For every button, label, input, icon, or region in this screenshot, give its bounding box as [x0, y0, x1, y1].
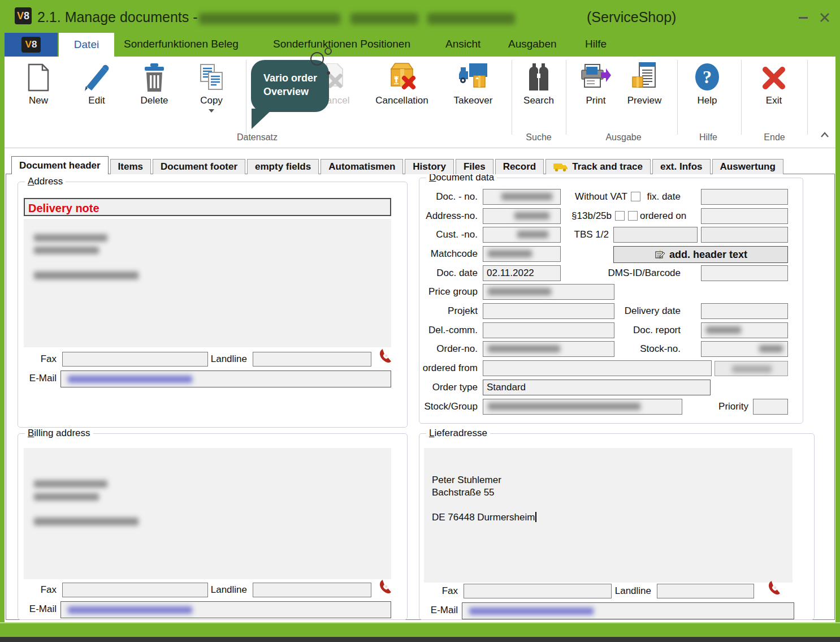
email-input[interactable] [60, 601, 391, 618]
phone-icon[interactable] [767, 580, 781, 597]
doc-report-field[interactable] [701, 322, 788, 338]
tab-items[interactable]: Items [110, 159, 151, 174]
tab-empty-fields[interactable]: empty fields [247, 159, 319, 174]
without-vat-label: Without VAT [555, 191, 627, 202]
landline-label: Landline [614, 585, 651, 597]
fax-input[interactable] [62, 352, 208, 367]
phone-icon[interactable] [378, 579, 392, 596]
priority-field[interactable] [753, 399, 788, 415]
menu-item-sonderfunktionen-positionen[interactable]: Sonderfunktionen Positionen [273, 38, 410, 50]
doc-date-field[interactable]: 02.11.2022 [483, 265, 561, 281]
landline-input[interactable] [253, 583, 371, 597]
doc-no-field[interactable] [483, 189, 561, 205]
exit-button[interactable]: Exit [748, 61, 800, 120]
ordered-on-field[interactable] [701, 208, 788, 224]
doc-date-label: Doc. date [419, 268, 478, 279]
copy-dropdown-icon[interactable] [209, 109, 214, 113]
fax-input[interactable] [464, 584, 612, 598]
window-border [0, 622, 840, 637]
email-label: E-Mail [23, 373, 57, 384]
print-button[interactable]: Print [570, 61, 622, 120]
price-group-field[interactable] [483, 284, 614, 300]
fix-date-field[interactable] [701, 189, 788, 205]
projekt-field[interactable] [483, 303, 614, 319]
menu-item-sonderfunktionen-beleg[interactable]: Sonderfunktionen Beleg [124, 38, 239, 50]
menu-v8-button[interactable]: V8 [5, 33, 58, 57]
shipping-address-textarea[interactable]: Peter Stuhlemer Bachstraße 55 DE 76448 D… [424, 448, 793, 583]
email-label: E-Mail [424, 605, 458, 616]
redacted-value [488, 250, 532, 257]
redacted-value [488, 345, 560, 352]
email-input[interactable] [462, 602, 794, 619]
cancellation-button[interactable]: Cancellation [369, 61, 435, 120]
ordered-from-field[interactable] [483, 360, 712, 376]
doc-date-value: 02.11.2022 [487, 268, 534, 278]
menu-item-ausgaben[interactable]: Ausgaben [508, 38, 557, 50]
menu-item-hilfe[interactable]: Hilfe [585, 38, 607, 50]
note-pencil-icon [654, 249, 665, 260]
ordered-from-action-button[interactable] [715, 361, 788, 376]
redacted-value [488, 403, 640, 410]
help-button[interactable]: ? Help [681, 61, 734, 120]
tab-files[interactable]: Files [456, 159, 493, 174]
del-comm-field[interactable] [483, 322, 614, 338]
address-textarea[interactable] [24, 219, 391, 347]
document-type-field[interactable]: Delivery note [24, 198, 391, 216]
preview-button[interactable]: Preview [617, 61, 672, 120]
landline-input[interactable] [253, 352, 371, 367]
delivery-date-field[interactable] [701, 303, 788, 319]
stock-no-field[interactable] [701, 341, 788, 357]
shipping-address-lines: Peter Stuhlemer Bachstraße 55 DE 76448 D… [432, 474, 536, 524]
email-input[interactable] [60, 370, 391, 387]
tab-document-header[interactable]: Document header [11, 156, 109, 174]
tab-strip: Document header Items Document footer em… [11, 156, 783, 174]
billing-address-textarea[interactable] [24, 448, 391, 579]
address-no-field[interactable] [483, 208, 561, 224]
redacted-value [706, 326, 741, 334]
group-label-ende: Ende [743, 132, 806, 143]
menu-item-datei[interactable]: Datei [59, 33, 114, 57]
shipping-address-legend: Lieferadresse [426, 428, 490, 439]
dms-field[interactable] [701, 265, 788, 281]
minimize-button[interactable] [794, 8, 813, 27]
phone-icon[interactable] [378, 348, 392, 365]
cust-no-field[interactable] [483, 227, 561, 243]
tab-history[interactable]: History [405, 159, 454, 174]
tab-track-and-trace[interactable]: Track and trace [545, 159, 651, 174]
redacted-text [34, 493, 99, 501]
tab-ext-infos[interactable]: ext. Infos [652, 159, 711, 174]
add-header-text-button[interactable]: add. header text [613, 246, 788, 263]
fax-input[interactable] [62, 583, 208, 597]
edit-button[interactable]: Edit [67, 61, 127, 120]
new-button[interactable]: New [10, 61, 67, 120]
s13b-checkbox-1[interactable] [615, 211, 625, 221]
tab-document-footer[interactable]: Document footer [153, 159, 245, 174]
yellow-truck-icon [553, 162, 568, 172]
preview-icon [631, 62, 657, 92]
order-no-field[interactable] [483, 341, 614, 357]
fax-label: Fax [424, 585, 458, 597]
tbs2-field[interactable] [701, 227, 788, 243]
delete-button[interactable]: Delete [124, 61, 184, 120]
close-button[interactable] [815, 8, 834, 27]
tab-auswertung[interactable]: Auswertung [712, 159, 783, 174]
s13b-checkbox-2[interactable] [628, 211, 638, 221]
menu-item-ansicht[interactable]: Ansicht [445, 38, 480, 50]
landline-input[interactable] [657, 584, 754, 598]
tooltip-line1: Vario order [263, 71, 329, 85]
tab-record[interactable]: Record [495, 159, 544, 174]
ribbon-collapse-button[interactable] [817, 129, 832, 140]
stock-group-field[interactable] [483, 399, 682, 415]
titlebar: V8 2.1. Manage documents - (ServiceShop)… [0, 0, 840, 57]
search-button[interactable]: Search [511, 61, 566, 120]
matchcode-field[interactable] [483, 246, 561, 262]
takeover-button[interactable]: Takeover [442, 61, 504, 120]
tab-automatismen[interactable]: Automatismen [321, 159, 403, 174]
price-group-label: Price group [419, 286, 478, 298]
email-label: E-Mail [23, 604, 57, 615]
order-type-field[interactable]: Standard [483, 380, 711, 395]
toolbar-separator [741, 60, 742, 135]
tbs1-field[interactable] [613, 227, 698, 243]
copy-button[interactable]: Copy [183, 61, 240, 120]
order-type-label: Order type [419, 382, 478, 393]
